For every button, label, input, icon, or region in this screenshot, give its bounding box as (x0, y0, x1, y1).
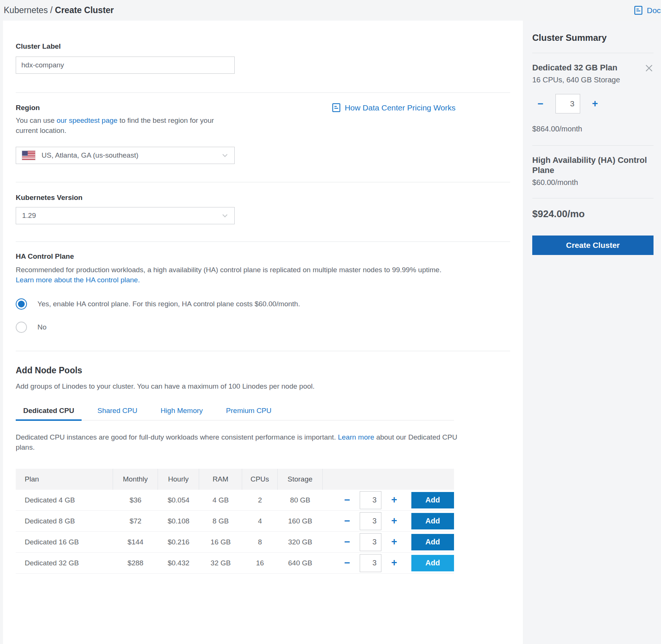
summary-ha-name: High Availability (HA) Control Plane (532, 155, 654, 175)
plan-name: Dedicated 32 GB (16, 559, 113, 567)
summary-plan-name: Dedicated 32 GB Plan (532, 63, 617, 73)
cluster-label-input[interactable] (16, 57, 235, 74)
region-help-pre: You can use (16, 116, 57, 124)
plan-name: Dedicated 8 GB (16, 517, 113, 525)
plus-button[interactable]: + (591, 99, 600, 109)
summary-quantity-stepper: − + (532, 94, 654, 113)
summary-plan-price: $864.00/month (532, 125, 654, 133)
radio-yes-checked[interactable] (16, 298, 27, 310)
quantity-input[interactable] (360, 554, 381, 572)
docs-link[interactable]: Docs (633, 5, 661, 15)
add-button[interactable]: Add (411, 513, 454, 529)
ha-option-no[interactable]: No (16, 322, 510, 333)
create-cluster-form: Cluster Label Region How Data Center Pri… (3, 21, 523, 644)
region-selected-value: US, Atlanta, GA (us-southeast) (42, 151, 138, 160)
minus-button[interactable]: − (342, 495, 351, 505)
plan-hourly: $0.216 (158, 538, 199, 546)
plan-monthly: $72 (113, 517, 158, 525)
ha-option-yes-label: Yes, enable HA control plane. For this r… (37, 300, 300, 308)
quantity-input[interactable] (360, 491, 381, 509)
plan-storage: 160 GB (278, 517, 323, 525)
region-heading: Region (16, 104, 40, 112)
breadcrumb-create-cluster: Create Cluster (55, 5, 114, 15)
add-button[interactable]: Add (411, 555, 454, 571)
plus-button[interactable]: + (390, 495, 399, 505)
region-section: Region How Data Center Pricing Works You… (16, 93, 510, 164)
tab-description-pre: Dedicated CPU instances are good for ful… (16, 433, 338, 441)
plans-table: Plan Monthly Hourly RAM CPUs Storage Ded… (16, 469, 454, 574)
cluster-summary-panel: Cluster Summary Dedicated 32 GB Plan 16 … (524, 21, 661, 644)
plan-monthly: $36 (113, 496, 158, 504)
radio-no-unchecked[interactable] (16, 322, 27, 333)
plan-storage: 80 GB (278, 496, 323, 504)
top-bar: Kubernetes / Create Cluster Docs (0, 0, 661, 21)
tab-dedicated-cpu[interactable]: Dedicated CPU (16, 403, 82, 420)
ha-control-plane-section: HA Control Plane Recommended for product… (16, 242, 510, 333)
plan-cpus: 4 (242, 517, 278, 525)
docs-label: Docs (647, 6, 661, 15)
add-button[interactable]: Add (411, 492, 454, 508)
minus-button[interactable]: − (536, 99, 545, 109)
plan-hourly: $0.054 (158, 496, 199, 504)
plan-cpus: 2 (242, 496, 278, 504)
minus-button[interactable]: − (342, 558, 351, 568)
col-monthly: Monthly (113, 469, 158, 490)
plans-learn-more-link[interactable]: Learn more (338, 433, 374, 441)
plan-ram: 8 GB (199, 517, 242, 525)
summary-quantity-input[interactable] (555, 94, 580, 113)
quantity-stepper: − + (342, 533, 399, 551)
quantity-stepper: − + (342, 512, 399, 530)
docs-icon (633, 5, 643, 15)
plan-hourly: $0.108 (158, 517, 199, 525)
summary-divider (532, 198, 654, 198)
quantity-stepper: − + (342, 491, 399, 509)
pricing-link[interactable]: How Data Center Pricing Works (331, 103, 456, 113)
plan-cpus: 16 (242, 559, 278, 567)
tab-shared-cpu[interactable]: Shared CPU (90, 403, 145, 420)
pricing-doc-icon (331, 103, 341, 113)
kubernetes-version-select[interactable]: 1.29 (16, 207, 235, 224)
region-select[interactable]: US, Atlanta, GA (us-southeast) (16, 147, 235, 164)
region-help-text: You can use our speedtest page to find t… (16, 116, 231, 136)
tab-premium-cpu[interactable]: Premium CPU (219, 403, 279, 420)
chevron-down-icon (222, 212, 228, 219)
plan-ram: 32 GB (199, 559, 242, 567)
kubernetes-version-section: Kubernetes Version 1.29 (16, 182, 510, 224)
summary-plan-specs: 16 CPUs, 640 GB Storage (532, 76, 654, 84)
plus-button[interactable]: + (390, 516, 399, 526)
plan-monthly: $144 (113, 538, 158, 546)
minus-button[interactable]: − (342, 516, 351, 526)
create-cluster-button[interactable]: Create Cluster (532, 236, 654, 255)
plan-ram: 4 GB (199, 496, 242, 504)
close-icon[interactable] (645, 64, 654, 73)
tab-high-memory[interactable]: High Memory (153, 403, 210, 420)
add-button[interactable]: Add (411, 534, 454, 550)
speedtest-link[interactable]: our speedtest page (57, 116, 118, 124)
col-cpus: CPUs (242, 469, 278, 490)
plus-button[interactable]: + (390, 558, 399, 568)
plus-button[interactable]: + (390, 537, 399, 547)
add-node-pools-description: Add groups of Linodes to your cluster. Y… (16, 382, 510, 392)
us-flag-icon (22, 151, 35, 160)
table-row-dedicated-4gb: Dedicated 4 GB $36 $0.054 4 GB 2 80 GB −… (16, 490, 454, 511)
breadcrumb: Kubernetes / Create Cluster (4, 5, 114, 15)
add-node-pools-heading: Add Node Pools (16, 365, 510, 376)
minus-button[interactable]: − (342, 537, 351, 547)
table-row-dedicated-16gb: Dedicated 16 GB $144 $0.216 16 GB 8 320 … (16, 532, 454, 553)
plan-tabs: Dedicated CPU Shared CPU High Memory Pre… (16, 403, 454, 420)
quantity-input[interactable] (360, 533, 381, 551)
ha-learn-more-link[interactable]: Learn more about the HA control plane. (16, 276, 140, 284)
ha-heading: HA Control Plane (16, 252, 510, 261)
ha-option-yes[interactable]: Yes, enable HA control plane. For this r… (16, 298, 510, 310)
plan-name: Dedicated 4 GB (16, 496, 113, 504)
plan-monthly: $288 (113, 559, 158, 567)
ha-option-no-label: No (37, 323, 46, 331)
quantity-input[interactable] (360, 512, 381, 530)
breadcrumb-kubernetes[interactable]: Kubernetes (4, 5, 48, 15)
plans-table-header: Plan Monthly Hourly RAM CPUs Storage (16, 469, 454, 490)
col-hourly: Hourly (158, 469, 199, 490)
quantity-stepper: − + (342, 554, 399, 572)
cluster-label-heading: Cluster Label (16, 42, 510, 51)
table-row-dedicated-32gb: Dedicated 32 GB $288 $0.432 32 GB 16 640… (16, 553, 454, 574)
summary-ha-price: $60.00/month (532, 178, 654, 187)
